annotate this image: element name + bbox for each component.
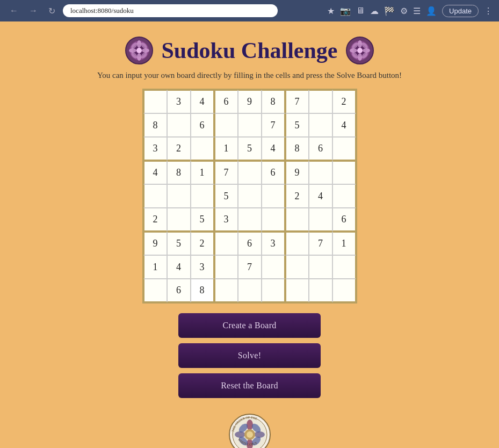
sudoku-cell-r3-c2[interactable]: 1 bbox=[191, 161, 214, 184]
sudoku-cell-r1-c0[interactable]: 8 bbox=[143, 113, 167, 137]
sudoku-cell-r3-c5[interactable]: 6 bbox=[262, 161, 285, 184]
sudoku-cell-r2-c6[interactable]: 8 bbox=[285, 137, 309, 161]
sudoku-input-r7-c3[interactable] bbox=[215, 256, 237, 278]
sudoku-cell-r0-c0[interactable] bbox=[143, 90, 167, 113]
sudoku-input-r8-c0[interactable] bbox=[144, 279, 167, 301]
sudoku-input-r1-c4[interactable] bbox=[238, 114, 261, 136]
back-button[interactable]: ← bbox=[6, 4, 21, 18]
sudoku-input-r4-c2[interactable] bbox=[191, 185, 213, 207]
sudoku-cell-r5-c4[interactable] bbox=[238, 208, 262, 232]
sudoku-cell-r3-c6[interactable]: 9 bbox=[285, 161, 309, 184]
sudoku-input-r7-c5[interactable] bbox=[262, 256, 284, 278]
sudoku-cell-r1-c4[interactable] bbox=[238, 113, 262, 137]
sudoku-cell-r3-c8[interactable] bbox=[332, 161, 356, 184]
sudoku-input-r8-c7[interactable] bbox=[309, 279, 332, 301]
sudoku-cell-r1-c3[interactable] bbox=[214, 113, 238, 137]
sudoku-cell-r3-c7[interactable] bbox=[309, 161, 332, 184]
sudoku-cell-r8-c7[interactable] bbox=[309, 279, 332, 302]
sudoku-cell-r6-c4[interactable]: 6 bbox=[238, 232, 262, 255]
sudoku-input-r3-c8[interactable] bbox=[333, 162, 355, 184]
sudoku-input-r1-c7[interactable] bbox=[309, 114, 332, 136]
sudoku-cell-r0-c3[interactable]: 6 bbox=[214, 90, 238, 113]
sudoku-cell-r5-c1[interactable] bbox=[167, 208, 191, 232]
sudoku-cell-r3-c1[interactable]: 8 bbox=[167, 161, 191, 184]
sudoku-cell-r6-c8[interactable]: 1 bbox=[332, 232, 356, 255]
solve-button[interactable]: Solve! bbox=[178, 343, 321, 368]
sudoku-input-r7-c7[interactable] bbox=[309, 256, 332, 278]
sudoku-cell-r1-c8[interactable]: 4 bbox=[332, 113, 356, 137]
sudoku-input-r7-c6[interactable] bbox=[286, 256, 308, 278]
sudoku-cell-r1-c7[interactable] bbox=[309, 113, 332, 137]
address-bar[interactable]: localhost:8080/sudoku bbox=[63, 4, 278, 17]
ext-icon4[interactable]: ⚙ bbox=[400, 6, 408, 16]
ext-icon1[interactable]: 🖥 bbox=[356, 6, 365, 16]
sudoku-input-r4-c0[interactable] bbox=[144, 185, 167, 207]
sudoku-input-r2-c8[interactable] bbox=[333, 138, 355, 160]
sudoku-input-r0-c0[interactable] bbox=[144, 91, 167, 113]
sudoku-cell-r6-c2[interactable]: 2 bbox=[191, 232, 214, 255]
sudoku-cell-r6-c0[interactable]: 9 bbox=[143, 232, 167, 255]
sudoku-grid[interactable]: 3469872867543215486481769524253695263711… bbox=[143, 90, 356, 302]
sudoku-input-r3-c4[interactable] bbox=[238, 162, 261, 184]
sudoku-cell-r0-c7[interactable] bbox=[309, 90, 332, 113]
sudoku-cell-r7-c5[interactable] bbox=[262, 255, 285, 279]
screenshot-icon[interactable]: 📷 bbox=[340, 6, 351, 16]
sudoku-cell-r7-c2[interactable]: 3 bbox=[191, 255, 214, 279]
sudoku-input-r5-c5[interactable] bbox=[262, 208, 284, 230]
sudoku-input-r4-c4[interactable] bbox=[238, 185, 261, 207]
sudoku-cell-r1-c6[interactable]: 5 bbox=[285, 113, 309, 137]
sudoku-input-r4-c5[interactable] bbox=[262, 185, 284, 207]
sudoku-cell-r4-c0[interactable] bbox=[143, 184, 167, 208]
sudoku-cell-r4-c4[interactable] bbox=[238, 184, 262, 208]
sudoku-cell-r4-c7[interactable]: 4 bbox=[309, 184, 332, 208]
sudoku-cell-r3-c0[interactable]: 4 bbox=[143, 161, 167, 184]
sudoku-input-r5-c7[interactable] bbox=[309, 208, 332, 230]
sudoku-cell-r8-c0[interactable] bbox=[143, 279, 167, 302]
sudoku-cell-r0-c4[interactable]: 9 bbox=[238, 90, 262, 113]
sudoku-cell-r2-c7[interactable]: 6 bbox=[309, 137, 332, 161]
sudoku-cell-r0-c2[interactable]: 4 bbox=[191, 90, 214, 113]
sudoku-cell-r8-c3[interactable] bbox=[214, 279, 238, 302]
sudoku-input-r8-c8[interactable] bbox=[333, 279, 355, 301]
sudoku-cell-r6-c6[interactable] bbox=[285, 232, 309, 255]
sudoku-cell-r0-c1[interactable]: 3 bbox=[167, 90, 191, 113]
sudoku-cell-r4-c6[interactable]: 2 bbox=[285, 184, 309, 208]
sudoku-cell-r4-c1[interactable] bbox=[167, 184, 191, 208]
sudoku-cell-r5-c5[interactable] bbox=[262, 208, 285, 232]
sudoku-cell-r8-c1[interactable]: 6 bbox=[167, 279, 191, 302]
sudoku-cell-r2-c5[interactable]: 4 bbox=[262, 137, 285, 161]
sudoku-cell-r5-c0[interactable]: 2 bbox=[143, 208, 167, 232]
star-icon[interactable]: ★ bbox=[327, 6, 335, 16]
sudoku-input-r5-c4[interactable] bbox=[238, 208, 261, 230]
sudoku-input-r1-c3[interactable] bbox=[215, 114, 237, 136]
sudoku-cell-r7-c7[interactable] bbox=[309, 255, 332, 279]
sudoku-cell-r7-c0[interactable]: 1 bbox=[143, 255, 167, 279]
reload-button[interactable]: ↻ bbox=[45, 4, 59, 18]
sudoku-cell-r5-c2[interactable]: 5 bbox=[191, 208, 214, 232]
profile-icon[interactable]: 👤 bbox=[426, 6, 437, 16]
sudoku-cell-r5-c6[interactable] bbox=[285, 208, 309, 232]
sudoku-cell-r6-c5[interactable]: 3 bbox=[262, 232, 285, 255]
sudoku-cell-r7-c1[interactable]: 4 bbox=[167, 255, 191, 279]
sudoku-cell-r1-c1[interactable] bbox=[167, 113, 191, 137]
sudoku-cell-r4-c3[interactable]: 5 bbox=[214, 184, 238, 208]
sudoku-cell-r2-c3[interactable]: 1 bbox=[214, 137, 238, 161]
sudoku-cell-r3-c3[interactable]: 7 bbox=[214, 161, 238, 184]
sudoku-input-r4-c8[interactable] bbox=[333, 185, 355, 207]
menu-icon[interactable]: ⋮ bbox=[484, 6, 493, 16]
sudoku-cell-r6-c1[interactable]: 5 bbox=[167, 232, 191, 255]
sudoku-cell-r2-c8[interactable] bbox=[332, 137, 356, 161]
sudoku-input-r6-c6[interactable] bbox=[286, 233, 308, 255]
sudoku-input-r8-c6[interactable] bbox=[286, 279, 308, 301]
sudoku-cell-r7-c8[interactable] bbox=[332, 255, 356, 279]
sudoku-input-r8-c2[interactable] bbox=[191, 279, 213, 301]
sudoku-input-r5-c6[interactable] bbox=[286, 208, 308, 230]
sudoku-cell-r2-c4[interactable]: 5 bbox=[238, 137, 262, 161]
sudoku-cell-r5-c7[interactable] bbox=[309, 208, 332, 232]
sudoku-input-r8-c5[interactable] bbox=[262, 279, 284, 301]
sudoku-cell-r0-c5[interactable]: 8 bbox=[262, 90, 285, 113]
sudoku-cell-r7-c4[interactable]: 7 bbox=[238, 255, 262, 279]
forward-button[interactable]: → bbox=[26, 4, 41, 18]
update-button[interactable]: Update bbox=[442, 5, 479, 17]
sudoku-cell-r1-c2[interactable]: 6 bbox=[191, 113, 214, 137]
